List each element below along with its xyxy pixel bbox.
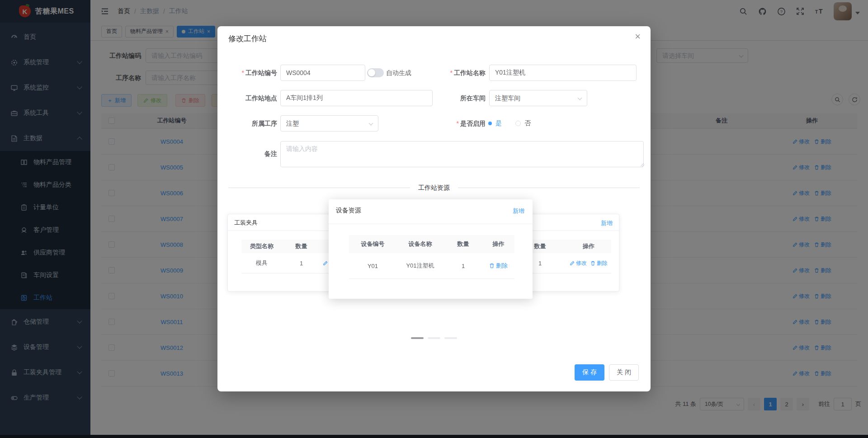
fixture-qty: 1 xyxy=(282,260,321,267)
device-card-title: 设备资源 xyxy=(336,207,361,215)
remark-label: 备注 xyxy=(217,146,277,162)
device-header-code: 设备编号 xyxy=(349,240,396,248)
carousel-dot-2[interactable] xyxy=(428,337,440,339)
enable-radio-group: 是 否 xyxy=(488,115,531,132)
save-button[interactable]: 保 存 xyxy=(575,364,604,381)
device-delete-link[interactable]: 删除 xyxy=(489,262,508,270)
name-label: *工作站名称 xyxy=(380,65,486,81)
device-header-qty: 数量 xyxy=(444,240,482,248)
resize-grip-icon[interactable] xyxy=(641,163,644,167)
extra-delete-link[interactable]: 删除 xyxy=(590,259,608,267)
close-button[interactable]: 关 闭 xyxy=(609,364,639,381)
process-label: 所属工序 xyxy=(217,115,277,132)
process-select[interactable]: 注塑 xyxy=(280,115,378,132)
required-asterisk: * xyxy=(242,69,244,76)
radio-checked-icon xyxy=(488,122,492,125)
device-add-link[interactable]: 新增 xyxy=(513,207,524,215)
remark-textarea[interactable] xyxy=(280,141,644,167)
carousel-dot-1[interactable] xyxy=(411,337,424,339)
dialog-close-icon[interactable]: × xyxy=(635,32,641,42)
resource-divider: 工作站资源 xyxy=(228,188,640,188)
radio-no[interactable]: 否 xyxy=(515,119,531,127)
fixture-card-title: 工装夹具 xyxy=(234,219,258,227)
enable-label: *是否启用 xyxy=(380,115,486,132)
device-resource-card: 设备资源 新增 设备编号 设备名称 数量 操作 Y01 Y01注塑机 1 删除 xyxy=(329,199,533,299)
radio-unchecked-icon xyxy=(515,121,521,126)
required-asterisk: * xyxy=(457,120,459,127)
device-table: 设备编号 设备名称 数量 操作 Y01 Y01注塑机 1 删除 xyxy=(349,235,514,279)
radio-yes[interactable]: 是 xyxy=(488,119,502,127)
location-label: 工作站地点 xyxy=(217,90,277,106)
fixture-header-qty: 数量 xyxy=(282,242,321,250)
carousel-dot-3[interactable] xyxy=(444,337,457,339)
device-name: Y01注塑机 xyxy=(396,262,444,270)
fixture-header-type: 类型名称 xyxy=(241,242,282,250)
device-code: Y01 xyxy=(349,263,396,269)
chevron-down-icon xyxy=(369,121,373,126)
extra-header-action: 操作 xyxy=(566,242,611,250)
name-input[interactable] xyxy=(489,65,637,81)
device-header-name: 设备名称 xyxy=(396,240,444,248)
chevron-down-icon xyxy=(578,96,582,100)
dialog-title: 修改工作站 xyxy=(228,33,267,44)
edit-workstation-dialog: 修改工作站 × *工作站编号 自动生成 *工作站名称 工作站地点 所在车间 注塑… xyxy=(217,26,651,391)
workshop-select[interactable]: 注塑车间 xyxy=(489,90,587,106)
code-label: *工作站编号 xyxy=(217,65,277,81)
extra-add-link[interactable]: 新增 xyxy=(601,219,613,227)
code-input[interactable] xyxy=(280,65,365,81)
extra-edit-link[interactable]: 修改 xyxy=(570,259,587,267)
device-header-action: 操作 xyxy=(482,240,514,248)
carousel-indicators xyxy=(217,337,651,339)
workshop-label: 所在车间 xyxy=(380,90,486,106)
device-row: Y01 Y01注塑机 1 删除 xyxy=(349,253,514,279)
required-asterisk: * xyxy=(450,69,453,76)
device-qty: 1 xyxy=(444,263,482,269)
fixture-type: 模具 xyxy=(241,259,282,267)
